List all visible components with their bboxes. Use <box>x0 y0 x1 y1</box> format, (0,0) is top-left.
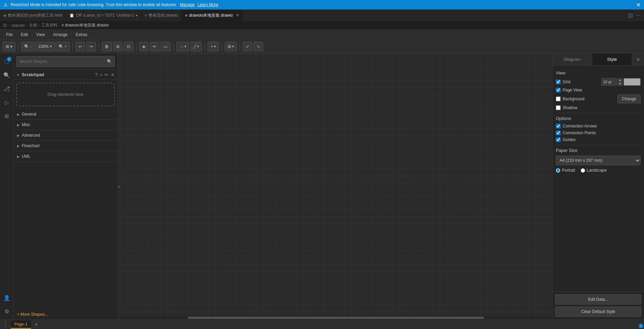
page-tab-1-label: Page-1 <box>14 322 28 327</box>
zoom-display[interactable]: 100% ▾ <box>35 42 55 51</box>
sidebar-icon-explorer[interactable]: ⬡ 1 <box>1 56 12 67</box>
shape-section-advanced-header[interactable]: ▶ Advanced <box>14 130 117 140</box>
connection-points-checkbox[interactable] <box>556 131 561 135</box>
shadow-button[interactable]: ▭ <box>161 42 171 51</box>
tab-diagram[interactable]: Diagram <box>552 53 592 65</box>
sidebar-icon-search[interactable]: 🔍 <box>1 70 12 81</box>
portrait-radio[interactable] <box>556 168 560 173</box>
shape-section-flowchart-header[interactable]: ▶ Flowchart <box>14 141 117 151</box>
zoom-out-button[interactable]: 🔍- <box>21 42 34 51</box>
connection-arrows-checkbox[interactable] <box>556 124 561 128</box>
landscape-wrap: Landscape <box>581 168 607 173</box>
sidebar-icon-git[interactable]: ⎇ <box>1 83 12 94</box>
more-shapes-label: + More Shapes... <box>17 312 48 317</box>
menu-arrange[interactable]: Arrange <box>50 32 71 38</box>
fill-color-button[interactable]: ◈ <box>139 42 148 51</box>
sidebar-icon-run[interactable]: ▷ <box>1 97 12 108</box>
scratchpad-close-icon[interactable]: ✕ <box>111 72 115 77</box>
fit-page-button[interactable]: ⤢ <box>243 42 252 51</box>
general-label: General <box>22 112 36 117</box>
insert-button[interactable]: + ▾ <box>208 42 219 51</box>
scratchpad-help-icon[interactable]: ? <box>95 72 98 77</box>
more-tabs-icon[interactable]: ··· <box>636 12 641 18</box>
scratchpad-edit-icon[interactable]: ✏ <box>104 72 109 77</box>
tab-untitled[interactable]: 📋 OR a.area_id = '0371' Untitled-1 ● <box>66 10 141 21</box>
tab-json-tool[interactable]: ◈ 数科测试组-json拼接工具.html <box>0 10 66 21</box>
shape-section-misc-header[interactable]: ▶ Misc <box>14 120 117 130</box>
horizontal-scrollbar[interactable] <box>120 316 552 319</box>
table-button[interactable]: ⊞ ▾ <box>225 42 237 51</box>
zoom-in-button[interactable]: 🔍+ <box>55 42 70 51</box>
shadow-checkbox[interactable] <box>556 105 561 110</box>
sidebar-icon-extensions[interactable]: ⊞ <box>1 110 12 121</box>
split-editor-icon[interactable]: ⊡ <box>628 12 633 19</box>
background-checkbox[interactable] <box>556 97 561 101</box>
stroke-color-button[interactable]: ✏ <box>150 42 159 51</box>
grid-increment-button[interactable]: ▲ <box>617 79 623 82</box>
breadcrumb-tools[interactable]: 工具资料 <box>41 22 58 28</box>
sidebar-icon-settings[interactable]: ⚙ 1 <box>1 306 12 317</box>
paper-size-select[interactable]: A4 (210 mm x 297 mm) A3 (297 mm x 420 mm… <box>556 156 641 165</box>
page-tab-menu-icon[interactable]: ⋮ <box>1 321 10 329</box>
undo-button[interactable]: ↩ <box>76 42 85 51</box>
tab-close-icon[interactable]: ✕ <box>236 13 239 18</box>
warning-close-icon[interactable]: ✕ <box>636 2 641 8</box>
shape-section-flowchart: ▶ Flowchart <box>14 141 117 151</box>
menu-file[interactable]: File <box>3 32 16 38</box>
menu-edit[interactable]: Edit <box>17 32 31 38</box>
grid-row: Grid ▲ ▼ <box>556 78 641 86</box>
grid-value-container: ▲ ▼ <box>601 78 641 86</box>
grid-checkbox[interactable] <box>556 80 561 84</box>
page-view-checkbox[interactable] <box>556 88 561 92</box>
sidebar-icon-account[interactable]: 👤 <box>1 292 12 303</box>
menu-extras[interactable]: Extras <box>73 32 91 38</box>
landscape-radio[interactable] <box>581 168 585 173</box>
git-icon: ⎇ <box>3 85 10 92</box>
toolbar-separator-6 <box>205 42 205 51</box>
toolbar: ⊞ ▾ 🔍- 100% ▾ 🔍+ ↩ ↪ 🗑 ⧉ ⊡ ◈ ✏ ▭ → ▾ ╱ ▾… <box>0 40 644 53</box>
scrollbar-thumb[interactable] <box>188 317 484 319</box>
shape-section-uml-header[interactable]: ▶ UML <box>14 151 117 161</box>
tab-style[interactable]: Style <box>592 53 632 65</box>
connection-style-button[interactable]: → ▾ <box>176 42 189 51</box>
manage-link[interactable]: Manage <box>180 2 195 7</box>
page-tab-1[interactable]: Page-1 <box>11 321 31 329</box>
toggle-panel-button[interactable]: ⊞ ▾ <box>3 42 15 51</box>
edit-data-button[interactable]: Edit Data... <box>555 294 641 305</box>
left-icon-bar: ⬡ 1 🔍 ⎇ ▷ ⊞ 👤 ⚙ 1 <box>0 53 14 319</box>
uml-label: UML <box>22 154 30 159</box>
guides-checkbox[interactable] <box>556 137 561 142</box>
icon-wrap-1: ⬡ 1 <box>1 56 12 67</box>
background-change-button[interactable]: Change <box>617 94 641 103</box>
right-panel-close-button[interactable]: ✕ <box>632 53 644 65</box>
search-magnifier-icon[interactable]: 🔍 <box>107 59 112 64</box>
grid-size-input[interactable] <box>601 78 617 86</box>
clear-default-style-button[interactable]: Clear Default Style <box>555 307 641 317</box>
tab-flow[interactable]: ≡ 整体流程.drawio <box>141 10 182 21</box>
copy-style-button[interactable]: ⊡ <box>124 42 133 51</box>
canvas-area[interactable] <box>120 53 552 319</box>
breadcrumb-file[interactable]: ≡ drawoio本地安装.drawio <box>62 22 109 28</box>
scratchpad-expand-icon[interactable]: ▼ <box>16 73 20 77</box>
duplicate-button[interactable]: ⧉ <box>113 42 123 51</box>
breadcrumb-docs[interactable]: 文档 <box>29 22 37 28</box>
menu-view[interactable]: View <box>33 32 48 38</box>
shape-section-general-header[interactable]: ▶ General <box>14 109 117 119</box>
grid-decrement-button[interactable]: ▼ <box>617 82 623 86</box>
scratchpad-add-icon[interactable]: + <box>100 72 102 77</box>
more-shapes-button[interactable]: + More Shapes... <box>14 309 117 319</box>
breadcrumb-unicom[interactable]: unicom <box>12 23 25 28</box>
search-input[interactable] <box>16 56 115 67</box>
canvas-grid[interactable] <box>120 53 552 319</box>
misc-expand-icon: ▶ <box>17 123 20 127</box>
breadcrumb-drive[interactable]: D: <box>3 23 7 28</box>
redo-button[interactable]: ↪ <box>86 42 96 51</box>
add-page-button[interactable]: + <box>32 321 41 329</box>
grid-color-swatch[interactable] <box>624 78 641 86</box>
delete-button[interactable]: 🗑 <box>102 42 112 51</box>
toolbar-separator-8 <box>240 42 240 51</box>
waypoint-button[interactable]: ╱ ▾ <box>191 42 202 51</box>
learn-more-link[interactable]: Learn More <box>197 2 218 7</box>
tab-drawio-active[interactable]: ≡ drawoio本地安装.drawio ✕ <box>182 10 243 21</box>
reset-view-button[interactable]: ⤡ <box>254 42 263 51</box>
